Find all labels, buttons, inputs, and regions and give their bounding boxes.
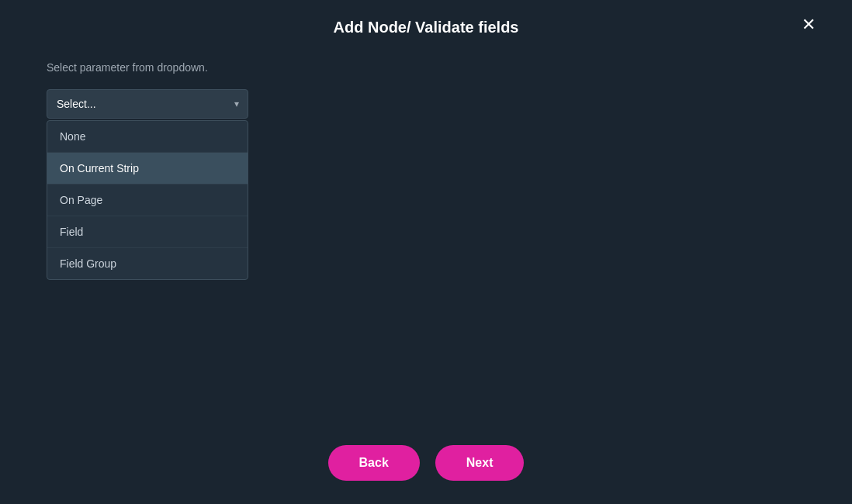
back-button[interactable]: Back xyxy=(328,445,420,481)
next-button[interactable]: Next xyxy=(435,445,525,481)
modal-title: Add Node/ Validate fields xyxy=(334,19,519,36)
dropdown-menu: None On Current Strip On Page Field Fiel… xyxy=(47,120,248,280)
modal-container: Add Node/ Validate fields ✕ Select param… xyxy=(0,0,852,504)
dropdown-option-none[interactable]: None xyxy=(47,121,248,153)
close-button[interactable]: ✕ xyxy=(796,12,821,37)
modal-footer: Back Next xyxy=(0,430,852,504)
modal-header: Add Node/ Validate fields ✕ xyxy=(0,0,852,49)
dropdown-placeholder: Select... xyxy=(57,98,96,110)
dropdown-option-on-current-strip[interactable]: On Current Strip xyxy=(47,153,248,185)
dropdown-option-field-group[interactable]: Field Group xyxy=(47,248,248,279)
dropdown-select[interactable]: Select... xyxy=(47,89,248,119)
dropdown-container: Select... ▾ None On Current Strip On Pag… xyxy=(47,89,248,119)
dropdown-option-on-page[interactable]: On Page xyxy=(47,185,248,216)
dropdown-option-field[interactable]: Field xyxy=(47,216,248,248)
modal-body: Select parameter from dropdown. Select..… xyxy=(0,49,852,430)
instruction-text: Select parameter from dropdown. xyxy=(47,61,805,74)
